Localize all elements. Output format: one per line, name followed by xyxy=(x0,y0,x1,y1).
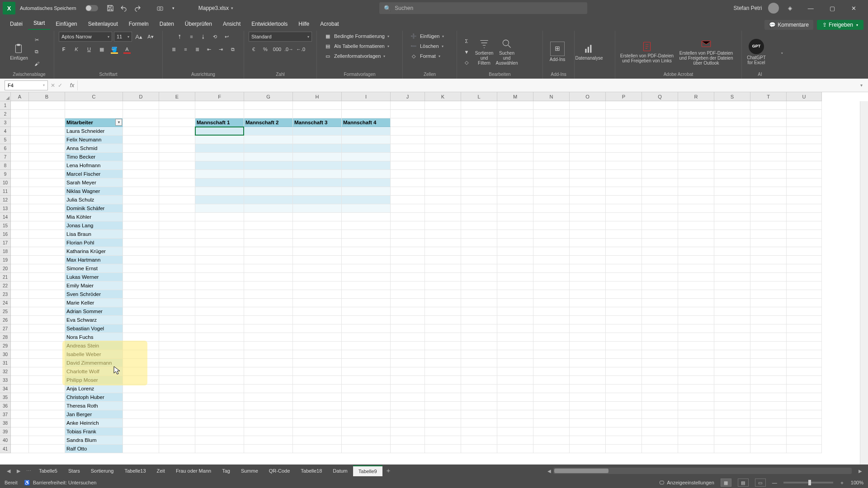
cell[interactable] xyxy=(606,333,642,342)
cell[interactable] xyxy=(570,213,606,221)
cell[interactable] xyxy=(714,427,750,436)
cell[interactable] xyxy=(606,230,642,239)
cell[interactable] xyxy=(533,247,570,256)
fill-icon[interactable]: ▼ xyxy=(462,47,472,57)
cell[interactable] xyxy=(497,170,533,178)
cell[interactable] xyxy=(570,367,606,376)
cell[interactable] xyxy=(65,110,123,118)
cell[interactable] xyxy=(678,161,714,170)
cell[interactable] xyxy=(642,393,678,402)
column-header[interactable]: Q xyxy=(642,92,678,101)
paste-button[interactable]: Einfügen xyxy=(9,43,29,61)
cell[interactable] xyxy=(159,144,195,153)
cell[interactable] xyxy=(750,239,787,247)
cell[interactable] xyxy=(678,342,714,350)
fx-button[interactable]: fx xyxy=(67,80,78,90)
cell[interactable] xyxy=(342,445,391,453)
cell[interactable] xyxy=(533,350,570,359)
cell[interactable] xyxy=(425,221,461,230)
cell[interactable] xyxy=(497,410,533,419)
cell[interactable] xyxy=(606,204,642,213)
cell[interactable] xyxy=(642,359,678,367)
cell[interactable] xyxy=(293,410,342,419)
cell[interactable] xyxy=(642,333,678,342)
cell[interactable] xyxy=(29,299,65,307)
cell[interactable] xyxy=(342,144,391,153)
cell[interactable] xyxy=(750,256,787,264)
row-header[interactable]: 11 xyxy=(0,187,11,196)
cell[interactable] xyxy=(787,436,822,445)
cell[interactable] xyxy=(678,445,714,453)
increase-indent-icon[interactable]: ⇥ xyxy=(216,44,226,54)
cell[interactable] xyxy=(642,101,678,110)
cell[interactable] xyxy=(195,264,244,273)
cell[interactable] xyxy=(195,342,244,350)
cell[interactable] xyxy=(570,385,606,393)
cell[interactable] xyxy=(533,230,570,239)
cell[interactable] xyxy=(570,436,606,445)
cell[interactable] xyxy=(11,436,29,445)
cell[interactable] xyxy=(678,144,714,153)
cell[interactable] xyxy=(533,273,570,282)
cell[interactable] xyxy=(244,101,293,110)
cell[interactable] xyxy=(461,247,497,256)
cell[interactable] xyxy=(497,273,533,282)
row-header[interactable]: 21 xyxy=(0,273,11,282)
cell[interactable] xyxy=(570,239,606,247)
view-normal-button[interactable]: ▦ xyxy=(721,479,731,487)
cell[interactable] xyxy=(678,247,714,256)
cell[interactable] xyxy=(750,110,787,118)
cell[interactable] xyxy=(159,316,195,324)
cell[interactable] xyxy=(750,402,787,410)
cell[interactable] xyxy=(391,170,425,178)
cell[interactable] xyxy=(533,307,570,316)
cell[interactable] xyxy=(195,221,244,230)
cell[interactable] xyxy=(425,256,461,264)
cell[interactable] xyxy=(29,118,65,127)
cell[interactable] xyxy=(342,419,391,427)
cell[interactable] xyxy=(497,376,533,385)
cell[interactable] xyxy=(787,385,822,393)
cell[interactable] xyxy=(461,170,497,178)
cell[interactable] xyxy=(642,427,678,436)
cell[interactable] xyxy=(570,170,606,178)
cell[interactable] xyxy=(244,127,293,136)
row-header[interactable]: 3 xyxy=(0,118,11,127)
cell[interactable] xyxy=(461,445,497,453)
conditional-formatting-button[interactable]: ▦Bedingte Formatierung▾ xyxy=(321,32,392,41)
cell[interactable] xyxy=(195,239,244,247)
zoom-slider[interactable] xyxy=(783,482,833,483)
cell[interactable] xyxy=(11,221,29,230)
cell[interactable] xyxy=(570,127,606,136)
cell[interactable] xyxy=(533,445,570,453)
cell[interactable] xyxy=(11,299,29,307)
cell[interactable] xyxy=(570,221,606,230)
cell[interactable] xyxy=(159,230,195,239)
cell[interactable] xyxy=(461,333,497,342)
cell[interactable] xyxy=(678,402,714,410)
row-header[interactable]: 6 xyxy=(0,144,11,153)
cell[interactable] xyxy=(714,307,750,316)
cell[interactable] xyxy=(714,127,750,136)
cell[interactable] xyxy=(123,427,159,436)
cell[interactable] xyxy=(244,221,293,230)
column-header[interactable]: N xyxy=(533,92,570,101)
cell[interactable] xyxy=(425,436,461,445)
cell[interactable] xyxy=(11,376,29,385)
cell[interactable] xyxy=(159,101,195,110)
cell[interactable] xyxy=(11,230,29,239)
employee-cell[interactable]: Tobias Frank xyxy=(65,427,123,436)
cell[interactable] xyxy=(570,187,606,196)
cell[interactable] xyxy=(29,316,65,324)
cell[interactable] xyxy=(425,239,461,247)
sheet-tab[interactable]: Summe xyxy=(236,466,264,476)
cell[interactable] xyxy=(123,170,159,178)
cell[interactable] xyxy=(497,367,533,376)
ribbon-tab-datei[interactable]: Datei xyxy=(5,18,28,30)
cell[interactable] xyxy=(391,307,425,316)
cell[interactable] xyxy=(293,419,342,427)
cell[interactable] xyxy=(342,350,391,359)
delete-cells-button[interactable]: ➖Löschen▾ xyxy=(407,42,446,51)
employee-cell[interactable]: Isabelle Weber xyxy=(65,350,123,359)
cell[interactable] xyxy=(787,144,822,153)
